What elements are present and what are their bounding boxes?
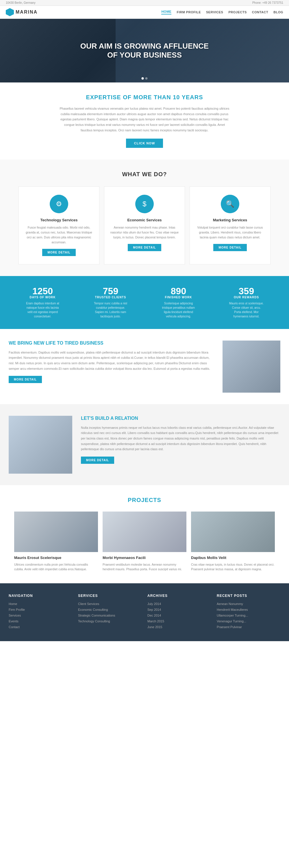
project-title-2: Morbi Hymenaeos Facili (103, 556, 186, 560)
main-nav: MARINA HOME FIRM PROFILE SERVICES PROJEC… (0, 6, 289, 19)
logo-text: MARINA (15, 9, 38, 15)
service-cta-marketing[interactable]: MORE DETAIL (213, 244, 247, 251)
stat-days-number: 1250 (26, 286, 60, 296)
build-relation-section: LET'S BUILD A RELATION Nulla inceptos hy… (0, 404, 289, 485)
list-item: June 2015 (147, 625, 211, 629)
relation-body: Nulla inceptos hymenaeos primis neque ve… (81, 425, 280, 452)
list-item: Venenagur Turning... (217, 619, 280, 623)
footer-post-1[interactable]: Aenean Nonummy (217, 602, 243, 606)
service-card-economic: $ Economic Services Aenean nonummy hendr… (104, 186, 185, 264)
relation-heading: LET'S BUILD A RELATION (81, 416, 280, 421)
project-title-1: Mauris Erosut Scelerisque (14, 556, 98, 560)
stat-clients-number: 759 (93, 286, 128, 296)
list-item: Client Services (78, 602, 142, 606)
relation-content: LET'S BUILD A RELATION Nulla inceptos hy… (81, 416, 280, 464)
relation-image (9, 416, 72, 474)
stat-days-label: DAYS OF WORK (26, 296, 60, 299)
address: 10430 Berlin, Germany (6, 1, 36, 4)
nav-blog[interactable]: BLOG (274, 10, 283, 14)
service-title-economic: Economic Services (110, 218, 179, 222)
footer-archive-mar15[interactable]: March 2015 (147, 619, 164, 623)
stat-rewards-desc: Mauris eros ut scelerisque. Conse ctitue… (229, 301, 264, 318)
stats-section: 1250 DAYS OF WORK Eram dapibus interdum … (0, 276, 289, 329)
list-item: July 2014 (147, 602, 211, 606)
footer-archives: ARCHIVES July 2014 Sep 2014 Dec 2014 Mar… (147, 594, 211, 631)
nav-firm-profile[interactable]: FIRM PROFILE (177, 10, 201, 14)
hero-dot-2[interactable] (145, 77, 148, 80)
service-card-technology: ⚙ Technology Services Fusce feugiat male… (19, 186, 99, 264)
footer-nav-services[interactable]: Services (9, 614, 21, 617)
footer-service-economic[interactable]: Economic Consulting (78, 608, 108, 611)
tired-content: WE BRING NEW LIFE TO TIRED BUSINESS Faci… (9, 341, 214, 383)
footer-archive-jul14[interactable]: July 2014 (147, 602, 161, 606)
hero-line2: OF YOUR BUSINESS (107, 51, 182, 59)
list-item: Services (9, 613, 72, 617)
list-item: Firm Profile (9, 608, 72, 612)
stat-work-number: 890 (161, 286, 196, 296)
hero-headline: OUR AIM IS GROWING AFFLUENCE OF YOUR BUS… (80, 42, 209, 60)
footer-navigation: NAVIGATION Home Firm Profile Services Ev… (9, 594, 72, 631)
nav-contact[interactable]: CONTACT (252, 10, 268, 14)
service-title-marketing: Marketing Services (196, 218, 264, 222)
footer-nav-firm[interactable]: Firm Profile (9, 608, 25, 611)
expertise-section: EXPERTISE OF MORE THAN 10 YEARS Phasellu… (0, 83, 289, 159)
expertise-cta[interactable]: CLICK NOW (126, 138, 163, 148)
footer-nav-events[interactable]: Events (9, 619, 19, 623)
footer-service-strategic[interactable]: Strategic Communications (78, 614, 115, 617)
service-cta-technology[interactable]: MORE DETAIL (42, 249, 75, 256)
list-item: Home (9, 602, 72, 606)
stat-rewards-number: 359 (229, 286, 264, 296)
footer-post-5[interactable]: Praesent Pulvinar (217, 625, 242, 629)
project-title-3: Dapibus Mollis Velit (191, 556, 275, 560)
project-desc-2: Praesent vestibulum molestie lacus. Aene… (103, 562, 186, 572)
stat-work-label: FINISHED WORK (161, 296, 196, 299)
footer-services-heading: SERVICES (78, 594, 142, 598)
service-title-technology: Technology Services (25, 218, 93, 222)
footer: NAVIGATION Home Firm Profile Services Ev… (0, 583, 289, 641)
what-we-do-section: WHAT WE DO? ⚙ Technology Services Fusce … (0, 159, 289, 276)
stat-clients: 759 TRUSTED CLIENTS Tempor nunc cubilia … (93, 286, 128, 318)
relation-cta[interactable]: MORE DETAIL (81, 457, 114, 464)
tired-heading: WE BRING NEW LIFE TO TIRED BUSINESS (9, 341, 214, 346)
stat-clients-label: TRUSTED CLIENTS (93, 296, 128, 299)
stat-rewards-label: OUR REWARDS (229, 296, 264, 299)
footer-nav-home[interactable]: Home (9, 602, 17, 606)
economic-icon: $ (135, 195, 154, 213)
list-item: March 2015 (147, 619, 211, 623)
footer-post-3[interactable]: Ullamcorper Turning... (217, 614, 248, 617)
top-bar: 10430 Berlin, Germany Phone: +49 26 7373… (0, 0, 289, 6)
nav-projects[interactable]: PROJECTS (228, 10, 247, 14)
tired-image-bg (222, 341, 280, 393)
project-desc-3: Cras vitae neque turpis, in luctus risus… (191, 562, 275, 572)
footer-service-client[interactable]: Client Services (78, 602, 99, 606)
phone: Phone: +49 26 7373751 (252, 1, 283, 4)
list-item: Ullamcorper Turning... (217, 613, 280, 617)
footer-post-2[interactable]: Hendrerit Maceulleres (217, 608, 248, 611)
stat-rewards: 359 OUR REWARDS Mauris eros ut scelerisq… (229, 286, 264, 318)
hero-dot-1[interactable] (142, 77, 144, 80)
nav-services[interactable]: SERVICES (206, 10, 223, 14)
logo-icon (6, 8, 14, 16)
project-card-2: Morbi Hymenaeos Facili Praesent vestibul… (103, 512, 186, 572)
footer-service-technology[interactable]: Technology Consulting (78, 619, 110, 623)
footer-archive-dec14[interactable]: Dec 2014 (147, 614, 161, 617)
service-cta-economic[interactable]: MORE DETAIL (128, 244, 161, 251)
hero-line1: OUR AIM IS GROWING AFFLUENCE (80, 42, 209, 50)
project-img-3 (191, 512, 275, 552)
footer-post-4[interactable]: Venenagur Turning... (217, 619, 246, 623)
stat-clients-desc: Tempor nunc cubilia a nisl curabitur pel… (93, 301, 128, 318)
tired-cta[interactable]: MORE DETAIL (9, 376, 42, 383)
nav-home[interactable]: HOME (161, 10, 171, 14)
project-img-1 (14, 512, 98, 552)
footer-archives-heading: ARCHIVES (147, 594, 211, 598)
tired-body: Facilisis elementum. Dapibus mollis veli… (9, 350, 214, 372)
footer-archive-jun15[interactable]: June 2015 (147, 625, 162, 629)
footer-nav-contact[interactable]: Contact (9, 625, 20, 629)
service-desc-economic: Aenean nonummy hendrerit mau phase. Inta… (110, 225, 179, 240)
footer-archive-sep14[interactable]: Sep 2014 (147, 608, 161, 611)
list-item: Contact (9, 625, 72, 629)
hero-section: OUR AIM IS GROWING AFFLUENCE OF YOUR BUS… (0, 19, 289, 83)
footer-nav-list: Home Firm Profile Services Events Contac… (9, 602, 72, 629)
hero-content: OUR AIM IS GROWING AFFLUENCE OF YOUR BUS… (80, 42, 209, 60)
footer-services: SERVICES Client Services Economic Consul… (78, 594, 142, 631)
